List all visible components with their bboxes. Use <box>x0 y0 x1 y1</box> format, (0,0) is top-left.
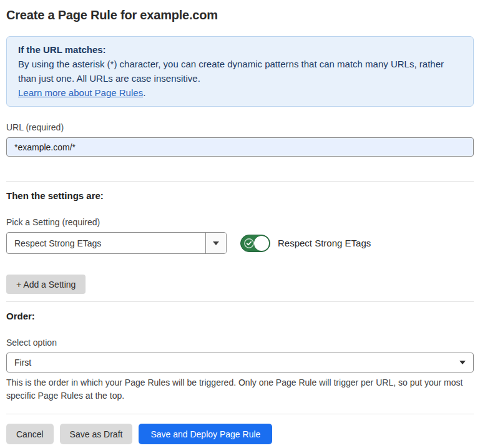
page-rule-form: Create a Page Rule for example.com If th… <box>0 0 480 444</box>
setting-select-value: Respect Strong ETags <box>7 233 205 253</box>
order-select-value: First <box>14 358 31 368</box>
toggle-label: Respect Strong ETags <box>278 238 371 248</box>
order-select-label: Select option <box>6 338 474 348</box>
info-heading: If the URL matches: <box>18 42 462 57</box>
page-title: Create a Page Rule for example.com <box>6 7 474 22</box>
order-help-text: This is the order in which your Page Rul… <box>6 376 471 402</box>
footer-divider <box>6 414 474 414</box>
save-deploy-button[interactable]: Save and Deploy Page Rule <box>139 424 272 444</box>
learn-more-link[interactable]: Learn more about Page Rules <box>18 87 143 98</box>
section-divider <box>6 301 474 302</box>
add-setting-button[interactable]: + Add a Setting <box>6 275 86 294</box>
setting-row: Respect Strong ETags Respect Strong ETag… <box>6 232 474 254</box>
setting-select[interactable]: Respect Strong ETags <box>6 232 227 254</box>
link-suffix: . <box>143 87 145 98</box>
cancel-button[interactable]: Cancel <box>6 424 54 444</box>
order-heading: Order: <box>6 311 474 322</box>
url-input[interactable] <box>6 137 474 157</box>
section-divider <box>6 181 474 182</box>
info-link-line: Learn more about Page Rules. <box>18 85 462 100</box>
url-label: URL (required) <box>6 122 474 132</box>
dropdown-arrow-button[interactable] <box>205 233 226 253</box>
order-select[interactable]: First <box>6 353 474 373</box>
setting-picker-label: Pick a Setting (required) <box>6 217 474 227</box>
chevron-down-icon <box>459 361 466 364</box>
form-actions: Cancel Save as Draft Save and Deploy Pag… <box>6 424 474 444</box>
caret-down-icon <box>213 241 219 245</box>
info-body: By using the asterisk (*) character, you… <box>18 57 462 85</box>
save-draft-button[interactable]: Save as Draft <box>60 424 133 444</box>
etags-toggle[interactable] <box>240 235 270 252</box>
settings-heading: Then the settings are: <box>6 190 474 202</box>
check-icon <box>243 238 255 249</box>
url-match-info-box: If the URL matches: By using the asteris… <box>6 36 474 107</box>
toggle-knob <box>254 236 269 251</box>
